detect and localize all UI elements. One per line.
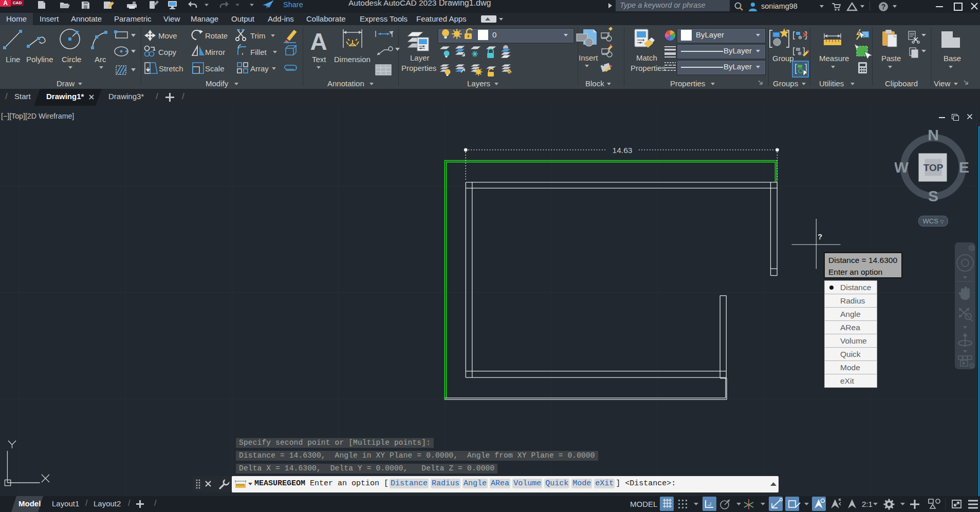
svg-text:N: N [928,126,939,143]
svg-text:?: ? [818,232,822,241]
svg-text:14.63: 14.63 [613,146,633,155]
svg-text:TOP: TOP [923,162,944,173]
svg-text:?: ? [881,3,886,11]
svg-text:A: A [310,28,327,55]
svg-text:W: W [895,159,909,176]
svg-text:E: E [959,159,969,176]
svg-text:S: S [928,187,938,204]
